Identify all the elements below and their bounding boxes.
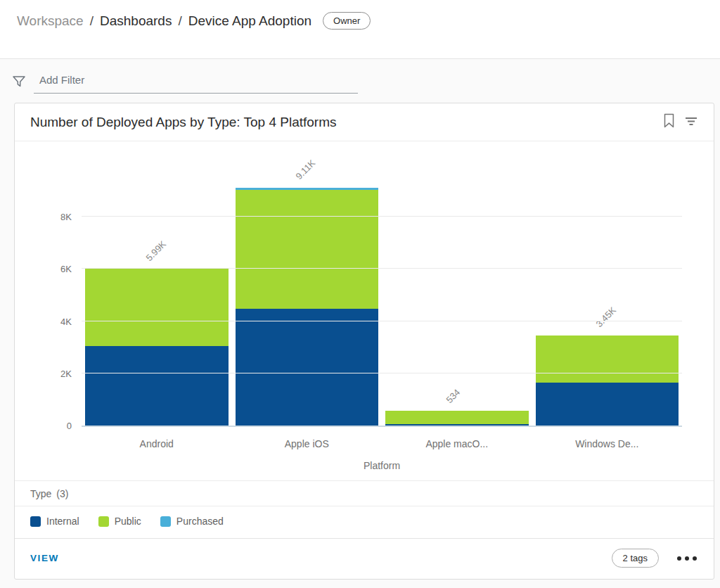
y-tick-label: 6K (60, 264, 72, 274)
legend-item-public[interactable]: Public (98, 516, 141, 527)
bar-total-label: 534 (444, 387, 462, 405)
breadcrumb-separator: / (178, 13, 181, 29)
filter-bar: Add Filter (11, 71, 720, 94)
segment-internal[interactable] (85, 346, 229, 426)
legend-item-purchased[interactable]: Purchased (160, 516, 224, 527)
owner-badge: Owner (323, 12, 371, 30)
page-body: Add Filter Number of Deployed Apps by Ty… (0, 59, 720, 588)
legend-label: Public (115, 516, 141, 527)
bar-android[interactable]: 5.99K (85, 141, 229, 426)
x-axis-title: Platform (82, 449, 682, 480)
dot (677, 556, 681, 561)
legend-swatch (30, 516, 41, 527)
gridline (82, 216, 682, 217)
segment-internal[interactable] (385, 424, 529, 426)
gridline (82, 268, 682, 269)
y-tick-label: 4K (60, 316, 72, 326)
footer-right: 2 tags (612, 549, 698, 568)
legend-group-count: (3) (56, 488, 68, 499)
plot-area: 5.99K9.11K5343.45K 02K4K6K8K (82, 141, 682, 427)
stacked-bar-chart: Distinct Count of App Identifier 5.99K9.… (15, 141, 714, 480)
breadcrumb-bar: Workspace / Dashboards / Device App Adop… (0, 0, 720, 59)
dot (693, 556, 697, 561)
widget-title: Number of Deployed Apps by Type: Top 4 P… (30, 115, 336, 130)
tags-badge[interactable]: 2 tags (612, 549, 659, 568)
legend-block: Type (3) InternalPublicPurchased (15, 480, 714, 538)
bar-total-label: 3.45K (594, 305, 619, 329)
x-category-label: Apple iOS (236, 438, 379, 449)
widget-header: Number of Deployed Apps by Type: Top 4 P… (15, 103, 714, 141)
filter-funnel-icon[interactable] (11, 74, 27, 89)
legend-swatch (160, 516, 171, 527)
dot (685, 556, 689, 561)
bar-apple-maco[interactable]: 534 (385, 141, 529, 426)
x-category-label: Windows De... (536, 438, 679, 449)
y-tick-label: 2K (60, 368, 72, 378)
widget-footer: VIEW 2 tags (15, 538, 714, 579)
legend-group-label: Type (30, 488, 51, 499)
x-category-label: Apple macO... (385, 438, 529, 449)
legend-item-internal[interactable]: Internal (30, 516, 79, 527)
breadcrumb: Workspace / Dashboards / Device App Adop… (17, 12, 703, 30)
bars-container: 5.99K9.11K5343.45K (82, 141, 682, 426)
breadcrumb-dashboards[interactable]: Dashboards (100, 13, 172, 29)
legend-items: InternalPublicPurchased (15, 506, 714, 538)
widget-header-icons (663, 113, 698, 132)
gridline (82, 373, 682, 373)
breadcrumb-workspace[interactable]: Workspace (17, 13, 84, 29)
segment-public[interactable] (85, 269, 229, 346)
bar-apple-ios[interactable]: 9.11K (236, 141, 379, 426)
y-tick-label: 8K (60, 212, 72, 222)
y-tick-label: 0 (67, 421, 72, 431)
x-axis-labels: AndroidApple iOSApple macO...Windows De.… (82, 427, 682, 449)
filter-lines-icon[interactable] (684, 114, 698, 131)
bar-windows-de[interactable]: 3.45K (536, 141, 679, 426)
legend-swatch (98, 516, 109, 527)
segment-internal[interactable] (536, 383, 679, 426)
legend-label: Purchased (176, 516, 224, 527)
add-filter-placeholder: Add Filter (39, 74, 84, 86)
bar-total-label: 9.11K (294, 158, 318, 181)
segment-public[interactable] (385, 411, 529, 424)
segment-public[interactable] (236, 190, 379, 309)
segment-internal[interactable] (236, 309, 379, 426)
segment-public[interactable] (536, 335, 679, 383)
legend-group-title: Type (3) (15, 481, 714, 506)
widget-card: Number of Deployed Apps by Type: Top 4 P… (14, 103, 714, 580)
gridline (82, 321, 682, 321)
ellipsis-menu-icon[interactable] (676, 554, 698, 563)
breadcrumb-separator: / (90, 13, 94, 29)
bookmark-icon[interactable] (663, 113, 675, 132)
view-link[interactable]: VIEW (30, 553, 59, 563)
bar-total-label: 5.99K (143, 238, 168, 263)
legend-label: Internal (46, 516, 79, 527)
x-category-label: Android (85, 438, 229, 449)
breadcrumb-current: Device App Adoption (188, 13, 311, 29)
add-filter-input[interactable]: Add Filter (34, 72, 358, 94)
